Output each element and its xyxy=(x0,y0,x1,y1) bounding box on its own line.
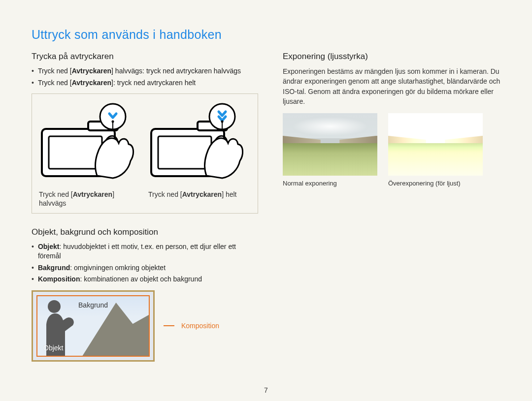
page-title: Uttryck som används i handboken xyxy=(32,28,500,42)
composition-figure: Bakgrund Objekt xyxy=(32,290,155,362)
label-komposition: Komposition xyxy=(181,322,219,330)
bullet-dot: • xyxy=(32,78,34,88)
camera-full-press-figure: Tryck ned [Avtryckaren] helt xyxy=(148,102,253,208)
caption-over-exposure: Överexponering (för ljust) xyxy=(388,180,483,187)
label-bakgrund: Bakgrund xyxy=(78,301,108,309)
shutter-illustrations-frame: Tryck ned [Avtryckaren] halvvägs xyxy=(32,93,258,213)
manual-page: Uttryck som används i handboken Trycka p… xyxy=(0,0,532,401)
svg-point-14 xyxy=(48,300,61,313)
columns: Trycka på avtryckaren • Tryck ned [Avtry… xyxy=(32,52,500,362)
svg-rect-1 xyxy=(49,136,102,169)
camera-half-press-figure: Tryck ned [Avtryckaren] halvvägs xyxy=(39,102,143,208)
exposure-examples: Normal exponering Överexponering (för lj… xyxy=(283,113,500,187)
heading-composition: Objekt, bakgrund och komposition xyxy=(32,227,258,237)
bullets-composition: • Objekt: huvudobjektet i ett motiv, t.e… xyxy=(32,242,258,284)
mountain-shape xyxy=(70,303,150,356)
svg-rect-8 xyxy=(158,136,211,169)
composition-section: Objekt, bakgrund och komposition • Objek… xyxy=(32,227,258,362)
bullet-text: Tryck ned [Avtryckaren] halvvägs: tryck … xyxy=(38,66,241,76)
camera-half-press-icon xyxy=(39,102,143,183)
page-number: 7 xyxy=(0,386,532,394)
photo-over-exposure xyxy=(388,113,483,176)
heading-exposure: Exponering (ljusstyrka) xyxy=(283,52,500,62)
svg-point-6 xyxy=(112,121,114,123)
heading-shutter: Trycka på avtryckaren xyxy=(32,52,258,62)
exposure-body: Exponeringen bestäms av mängden ljus som… xyxy=(283,66,500,106)
caption-half-press: Tryck ned [Avtryckaren] halvvägs xyxy=(39,190,143,208)
bullet-dot: • xyxy=(32,66,34,76)
left-column: Trycka på avtryckaren • Tryck ned [Avtry… xyxy=(32,52,258,362)
svg-point-13 xyxy=(221,121,224,123)
photo-normal-exposure xyxy=(283,113,377,176)
caption-normal-exposure: Normal exponering xyxy=(283,180,377,187)
leader-line xyxy=(164,325,174,326)
camera-full-press-icon xyxy=(148,102,253,183)
bullets-shutter: • Tryck ned [Avtryckaren] halvvägs: tryc… xyxy=(32,66,258,88)
bullet-text: Tryck ned [Avtryckaren]: tryck ned avtry… xyxy=(38,78,196,88)
caption-full-press: Tryck ned [Avtryckaren] helt xyxy=(148,190,253,199)
right-column: Exponering (ljusstyrka) Exponeringen bes… xyxy=(283,52,500,362)
label-objekt: Objekt xyxy=(43,344,63,352)
